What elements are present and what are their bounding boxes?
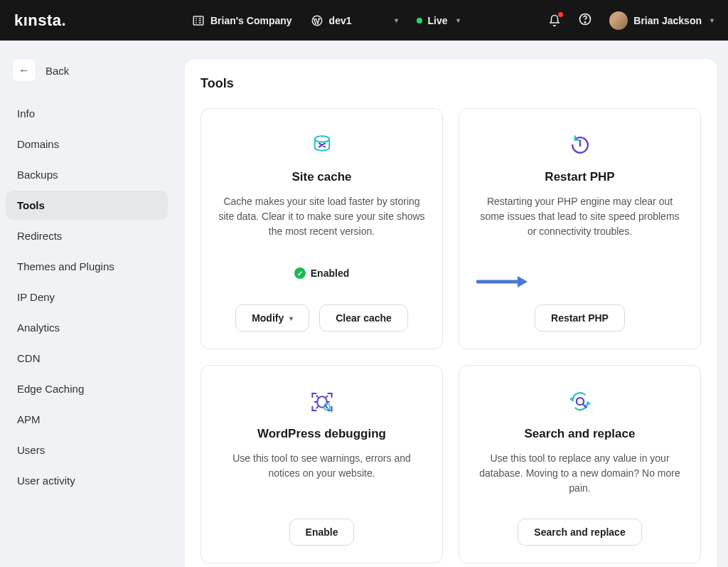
card-search-replace: Search and replace Use this tool to repl… — [459, 365, 701, 563]
header-right: Brian Jackson ▾ — [548, 11, 714, 30]
card-title: Search and replace — [525, 427, 636, 441]
app-header: kınsta. Brian's Company dev1 ▾ Live ▾ Br… — [0, 0, 728, 41]
sidebar: ← Back Info Domains Backups Tools Redire… — [0, 41, 173, 567]
chevron-down-icon: ▾ — [289, 314, 293, 322]
sidebar-item-user-activity[interactable]: User activity — [6, 466, 168, 495]
sidebar-item-label: Themes and Plugins — [17, 260, 114, 272]
sidebar-item-users[interactable]: Users — [6, 435, 168, 465]
svg-point-4 — [314, 136, 328, 142]
card-desc: Use this tool to replace any value in yo… — [475, 451, 685, 496]
company-name: Brian's Company — [210, 15, 292, 26]
main-area: Tools Site cache Cache makes your site l… — [173, 41, 728, 567]
sidebar-item-redirects[interactable]: Redirects — [6, 221, 168, 250]
wordpress-icon — [311, 14, 323, 27]
site-cache-icon — [310, 129, 334, 161]
env-label: Live — [428, 15, 448, 26]
logo-dot: . — [62, 11, 67, 29]
help-button[interactable] — [578, 12, 592, 29]
company-icon — [192, 14, 205, 27]
arrow-left-icon: ← — [18, 64, 30, 77]
logo-text: kınsta — [14, 11, 62, 29]
button-label: Clear cache — [336, 312, 392, 324]
sidebar-item-label: CDN — [17, 352, 41, 364]
sidebar-item-label: IP Deny — [17, 291, 55, 303]
sidebar-item-label: User activity — [17, 475, 75, 487]
sidebar-item-label: Backups — [17, 169, 58, 181]
wp-debugging-icon — [309, 386, 336, 418]
annotation-arrow-icon — [476, 275, 528, 289]
sidebar-item-label: Edge Caching — [17, 383, 84, 395]
sidebar-item-label: Domains — [17, 138, 59, 150]
sidebar-item-analytics[interactable]: Analytics — [6, 313, 168, 342]
user-menu[interactable]: Brian Jackson ▾ — [609, 11, 714, 30]
search-replace-icon — [567, 386, 594, 418]
card-site-cache: Site cache Cache makes your site load fa… — [200, 108, 443, 349]
tools-panel: Tools Site cache Cache makes your site l… — [185, 59, 717, 567]
site-selector[interactable]: dev1 ▾ — [311, 14, 398, 27]
sidebar-item-domains[interactable]: Domains — [6, 129, 168, 159]
notification-dot — [558, 12, 563, 17]
avatar — [609, 11, 628, 30]
card-wp-debugging: WordPress debugging Use this tool to see… — [200, 365, 443, 563]
env-selector[interactable]: Live ▾ — [417, 15, 460, 26]
status-label: Enabled — [311, 267, 349, 279]
button-label: Search and replace — [534, 526, 625, 538]
card-desc: Use this tool to see warnings, errors an… — [217, 451, 427, 481]
check-icon: ✓ — [294, 267, 306, 279]
chevron-down-icon: ▾ — [456, 16, 460, 24]
search-replace-button[interactable]: Search and replace — [518, 519, 641, 546]
logo: kınsta. — [14, 11, 192, 30]
sidebar-item-ip-deny[interactable]: IP Deny — [6, 282, 168, 312]
restart-php-icon — [567, 129, 593, 161]
company-selector[interactable]: Brian's Company — [192, 14, 292, 27]
card-title: WordPress debugging — [257, 427, 386, 441]
help-icon — [578, 12, 592, 26]
sidebar-item-info[interactable]: Info — [6, 99, 168, 128]
sidebar-item-apm[interactable]: APM — [6, 405, 168, 434]
status-enabled: ✓ Enabled — [294, 267, 349, 279]
modify-button[interactable]: Modify ▾ — [235, 304, 309, 332]
svg-marker-6 — [518, 276, 528, 287]
restart-php-button[interactable]: Restart PHP — [535, 304, 625, 332]
card-title: Site cache — [291, 170, 351, 184]
site-name: dev1 — [329, 15, 352, 26]
button-label: Modify — [252, 312, 284, 324]
svg-rect-0 — [193, 16, 203, 25]
sidebar-item-label: Analytics — [17, 322, 60, 334]
sidebar-item-label: Redirects — [17, 230, 62, 242]
sidebar-item-themes-plugins[interactable]: Themes and Plugins — [6, 252, 168, 281]
clear-cache-button[interactable]: Clear cache — [319, 304, 408, 332]
live-status-dot — [417, 18, 422, 23]
sidebar-item-backups[interactable]: Backups — [6, 160, 168, 189]
sidebar-item-label: Tools — [17, 199, 45, 211]
card-restart-php: Restart PHP Restarting your PHP engine m… — [459, 108, 701, 349]
notifications-button[interactable] — [548, 14, 561, 27]
sidebar-item-edge-caching[interactable]: Edge Caching — [6, 374, 168, 403]
back-button[interactable]: ← — [13, 59, 36, 82]
sidebar-item-label: APM — [17, 413, 41, 425]
sidebar-item-label: Info — [17, 107, 35, 120]
sidebar-item-label: Users — [17, 444, 45, 456]
svg-point-3 — [585, 21, 586, 22]
button-label: Enable — [306, 526, 338, 538]
page-title: Tools — [200, 76, 701, 91]
back-label: Back — [46, 65, 69, 77]
sidebar-item-cdn[interactable]: CDN — [6, 344, 168, 373]
card-desc: Cache makes your site load faster by sto… — [217, 194, 427, 239]
card-desc: Restarting your PHP engine may clear out… — [475, 194, 685, 239]
card-grid: Site cache Cache makes your site load fa… — [200, 108, 701, 563]
chevron-down-icon: ▾ — [395, 16, 398, 24]
sidebar-item-tools[interactable]: Tools — [6, 191, 168, 220]
card-title: Restart PHP — [545, 170, 614, 184]
button-label: Restart PHP — [551, 312, 609, 324]
enable-debugging-button[interactable]: Enable — [289, 519, 355, 546]
back-row[interactable]: ← Back — [6, 55, 168, 86]
user-name: Brian Jackson — [633, 15, 702, 26]
chevron-down-icon: ▾ — [710, 16, 714, 24]
